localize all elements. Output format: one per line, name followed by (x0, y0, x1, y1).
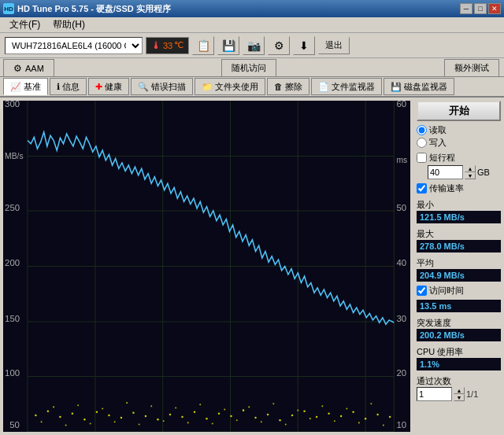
maximize-button[interactable]: □ (474, 3, 487, 14)
svg-text:40: 40 (396, 258, 406, 267)
svg-text:150: 150 (5, 314, 20, 323)
svg-text:MB/s: MB/s (5, 152, 24, 160)
minimize-button[interactable]: ─ (460, 3, 472, 14)
short-stroke-unit: GB (477, 168, 490, 177)
tab-benchmark[interactable]: 📈 基准 (3, 78, 48, 95)
svg-point-61 (77, 404, 79, 406)
svg-point-48 (279, 419, 280, 422)
titlebar: HD HD Tune Pro 5.75 - 硬盘/SSD 实用程序 ─ □ ✕ (0, 0, 504, 17)
svg-point-28 (35, 415, 36, 417)
folder-icon: 📁 (202, 82, 213, 92)
pass-count-down[interactable]: ▼ (454, 394, 465, 401)
tab-extra-test[interactable]: 额外测试 (444, 59, 499, 76)
read-radio[interactable] (417, 125, 427, 135)
app-icon: HD (3, 3, 14, 14)
tab-health[interactable]: ✚ 健康 (88, 78, 129, 95)
access-time-label: 访问时间 (429, 285, 464, 297)
tab-folder-usage[interactable]: 📁 文件夹使用 (195, 78, 265, 95)
svg-point-67 (150, 405, 152, 407)
svg-point-37 (145, 415, 146, 418)
start-button[interactable]: 开始 (417, 101, 501, 121)
menu-file[interactable]: 文件(F) (3, 17, 46, 33)
menu-help[interactable]: 帮助(H) (46, 17, 91, 33)
svg-point-65 (126, 402, 128, 404)
tab-folder-usage-label: 文件夹使用 (215, 81, 258, 93)
short-stroke-checkbox[interactable] (417, 153, 427, 163)
erase-icon: 🗑 (274, 82, 283, 91)
svg-point-29 (47, 410, 49, 412)
cpu-group: CPU 使用率 1.1% (417, 345, 501, 370)
transfer-rate-checkbox-label[interactable]: 传输速率 (417, 182, 501, 194)
pass-count-up[interactable]: ▲ (454, 387, 465, 394)
write-radio-label[interactable]: 写入 (417, 137, 501, 149)
access-time-checkbox-label[interactable]: 访问时间 (417, 285, 501, 297)
cpu-value: 1.1% (417, 358, 501, 370)
camera-icon-btn[interactable]: 📷 (243, 36, 265, 55)
short-stroke-checkbox-label[interactable]: 短行程 (417, 152, 501, 164)
drive-select[interactable]: WUH721816ALE6L4 (16000 GB) (5, 37, 143, 54)
burst-speed-label: 突发速度 (417, 317, 501, 329)
short-stroke-input[interactable] (428, 165, 463, 179)
svg-point-33 (96, 411, 98, 413)
access-time-checkbox[interactable] (417, 286, 427, 296)
tabrow2: 📈 基准 ℹ 信息 ✚ 健康 🔍 错误扫描 📁 文件夹使用 🗑 擦除 📄 文件监… (0, 77, 504, 98)
svg-point-54 (352, 411, 354, 413)
svg-point-79 (297, 410, 298, 411)
chart-area: 300 MB/s 250 200 150 100 50 60 ms 50 40 … (3, 101, 410, 432)
svg-point-73 (224, 409, 225, 411)
svg-point-45 (243, 409, 244, 411)
copy-icon-btn[interactable]: 📋 (192, 36, 214, 55)
info-icon: ℹ (57, 82, 60, 92)
pass-count-group: 通过次数 ▲ ▼ 1/1 (417, 374, 501, 401)
svg-point-46 (254, 417, 256, 419)
svg-point-71 (199, 404, 201, 405)
svg-point-78 (285, 423, 287, 425)
tab-file-monitor[interactable]: 📄 文件监视器 (311, 78, 382, 95)
tab-aam[interactable]: ⚙ AAM (3, 59, 54, 76)
svg-point-77 (272, 403, 274, 404)
svg-point-84 (358, 422, 360, 423)
svg-point-64 (114, 421, 116, 422)
settings-icon-btn[interactable]: ⚙ (268, 36, 290, 55)
download-icon-btn[interactable]: ⬇ (293, 36, 315, 55)
exit-button[interactable]: 退出 (318, 37, 350, 54)
transfer-rate-checkbox[interactable] (417, 183, 427, 194)
access-time-value: 13.5 ms (417, 300, 501, 312)
right-panel: 开始 读取 写入 短行程 ▲ ▼ G (413, 98, 504, 435)
svg-point-56 (376, 414, 378, 416)
svg-point-49 (291, 415, 293, 417)
titlebar-controls[interactable]: ─ □ ✕ (460, 3, 501, 14)
read-radio-label[interactable]: 读取 (417, 124, 501, 136)
min-label: 最小 (417, 199, 501, 211)
svg-point-43 (218, 413, 220, 415)
svg-point-80 (309, 418, 311, 419)
short-stroke-down[interactable]: ▼ (465, 172, 476, 179)
tab-disk-monitor-label: 磁盘监视器 (404, 81, 447, 93)
short-stroke-up[interactable]: ▲ (465, 165, 476, 172)
svg-point-85 (370, 403, 372, 404)
tab-erase[interactable]: 🗑 擦除 (267, 78, 309, 95)
tab-error-scan[interactable]: 🔍 错误扫描 (131, 78, 193, 95)
pass-count-input[interactable] (417, 387, 452, 401)
svg-point-59 (53, 406, 54, 407)
toolbar: WUH721816ALE6L4 (16000 GB) 🌡 33 ℃ 📋 💾 📷 … (0, 33, 504, 58)
max-label: 最大 (417, 228, 501, 240)
thermometer-icon: 🌡 (151, 39, 161, 51)
temp-value: 33 (163, 41, 172, 50)
save-icon-btn[interactable]: 💾 (217, 36, 239, 55)
close-button[interactable]: ✕ (488, 3, 501, 14)
benchmark-icon: 📈 (10, 82, 21, 92)
svg-text:60: 60 (396, 101, 406, 109)
svg-text:100: 100 (5, 368, 20, 378)
svg-point-72 (212, 422, 213, 424)
short-stroke-label: 短行程 (429, 152, 455, 164)
pass-count-row: ▲ ▼ 1/1 (417, 387, 501, 401)
svg-text:ms: ms (396, 156, 407, 164)
tab-random-access[interactable]: 随机访问 (221, 59, 276, 76)
tab-info[interactable]: ℹ 信息 (50, 78, 87, 95)
svg-point-55 (365, 418, 366, 420)
write-radio[interactable] (417, 138, 427, 148)
tab-disk-monitor[interactable]: 💾 磁盘监视器 (384, 78, 454, 95)
svg-point-62 (90, 422, 91, 424)
short-stroke-input-row: ▲ ▼ GB (428, 165, 501, 179)
